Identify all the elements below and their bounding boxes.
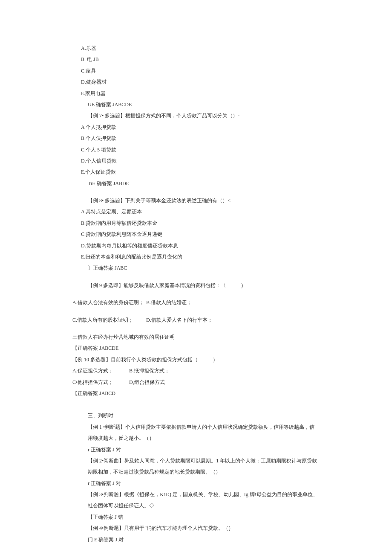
t2-answer: r 正确答案 J 对 — [88, 478, 320, 489]
q6-option-c: C.家具 — [81, 65, 320, 76]
q8-option-e: E.归还的本金和利息的配给比例是逐月变化的 — [81, 251, 320, 262]
t1-stem: 【例 1 •判断题】个人信用贷款主要依据借款申请人的个人信用状况确定贷款额度，信… — [88, 421, 320, 444]
q8-option-b: B.贷款期内用月等額借还贷款本金 — [81, 218, 320, 229]
q9-row-ab: A.借款人合法有效的身份证明； B.借款人的结婚证； — [72, 297, 320, 308]
q6-option-e: E.家用电器 — [81, 88, 320, 99]
q10-option-c: C•他押担保方式； — [72, 377, 128, 388]
q9-option-d: D.借款人爱人名下的行车本； — [146, 314, 213, 325]
q8-option-a: A 其特点是定期、定额还本 — [81, 206, 320, 217]
q10-stem: 【例 10 多选题】目前我行个人类贷款的担保方式包括（ ) — [72, 354, 320, 365]
q10-row-ab: A.保证担保方式； B.抵押担保方式； — [72, 365, 320, 376]
q9-option-e: 三借款人在经办行烇营地域内有效的居住证明 — [72, 331, 320, 343]
q9-option-a: A.借款人合法有效的身份证明； — [72, 297, 145, 308]
q9-option-c: C.借款人所有的股权证明； — [72, 314, 145, 325]
q9-row-cd: C.借款人所有的股权证明； D.借款人爱人名下的行车本； — [72, 314, 320, 325]
q7-stem: 【例 7• 多选题】根据担保方式的不同，个人贷款产品可以分为（）- — [88, 110, 320, 121]
q7-option-c: C.个人 5 项贷款 — [81, 144, 320, 155]
q6-answer: UE 确答案 JABCDE — [88, 99, 320, 110]
t3-stem: 【例 3•判断题】根据《担保在，K1tQ 定，国京机关、学校、幼儿园、Ig 脚!… — [88, 489, 320, 511]
q9-option-b: B.借款人的结婚证； — [146, 297, 192, 308]
q7-option-d: D.个人信用贷款 — [81, 155, 320, 166]
q6-option-d: D.健身器材 — [81, 76, 320, 87]
q9-answer: 【正确答案 JABCDE — [72, 343, 320, 354]
t1-answer: r 正确答案 J 对 — [88, 444, 320, 455]
t2-stem: 【例 2•阅断曲】势及欶人同意，个人贷款期限可以展期。1 年以上的个人微：工展叻… — [88, 455, 320, 478]
q10-option-d: D,组合担保方式 — [129, 377, 165, 388]
section3-heading: 三、判断时 — [88, 410, 320, 421]
q10-answer: 【正确答案 JABCD — [72, 388, 320, 399]
q7-option-b: B.个人伕押贷款 — [81, 133, 320, 144]
q9-stem: 【例 9 多选即】能够反映借款人家庭基本情况的资料包括：〈 ) — [88, 280, 320, 291]
t3-answer: 【正确答案 J 错 — [88, 511, 320, 523]
q10-row-cd: C•他押担保方式； D,组合担保方式 — [72, 377, 320, 388]
q8-option-c: C.贷款期内贷款利息随本金逐月递键 — [81, 229, 320, 240]
q8-option-d: D.贷款期内每月以相等的额度偿还贷款本息 — [81, 240, 320, 251]
t4-stem: 【例 4•例断题】只有用于"消的汽车才能办理个人汽车贷款。（） — [88, 523, 320, 534]
q8-answer: 〕正确答案 JABC — [88, 262, 320, 273]
q10-option-b: B.抵押担保方式； — [129, 365, 170, 376]
q8-stem: 【例 8• 多选题】下列关于等额本金还款法的表述正确的有（）< — [88, 195, 320, 206]
q7-option-e: E.个人保证贷款 — [81, 166, 320, 177]
q6-option-a: A.乐器 — [81, 43, 320, 54]
q7-option-a: A 个人抵押贷款 — [81, 122, 320, 133]
q7-answer: TiE 确答案 JABDE — [88, 178, 320, 189]
document-page: A.乐器 B. 电 JB C.家具 D.健身器材 E.家用电器 UE 确答案 J… — [0, 0, 392, 555]
q10-option-a: A.保证担保方式； — [72, 365, 128, 376]
t4-answer: 门 E 确答案 J 对 — [88, 534, 320, 545]
q6-option-b: B. 电 JB — [81, 54, 320, 65]
